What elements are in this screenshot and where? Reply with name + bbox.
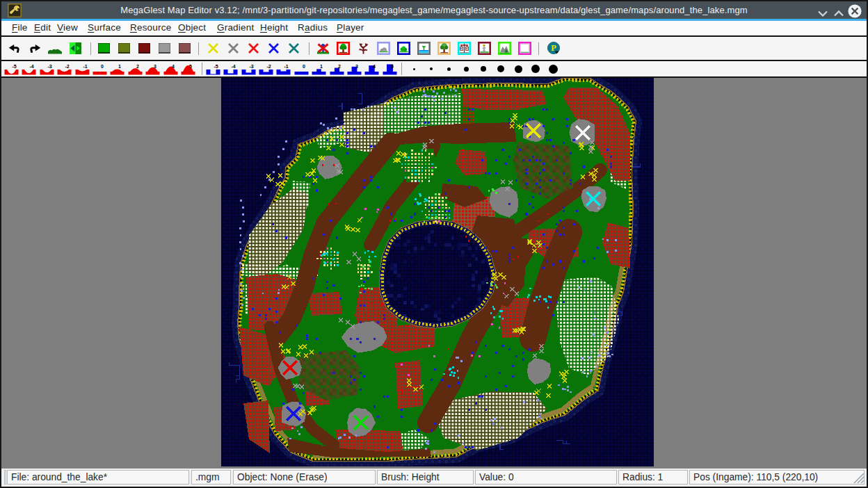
svg-text:0: 0 xyxy=(101,63,104,68)
svg-text:3: 3 xyxy=(355,63,358,68)
svg-text:0: 0 xyxy=(303,63,305,68)
svg-text:1: 1 xyxy=(320,63,323,68)
svg-text:5: 5 xyxy=(391,63,394,68)
svg-text:2: 2 xyxy=(136,63,139,68)
svg-text:4: 4 xyxy=(373,63,376,68)
svg-text:-4: -4 xyxy=(232,63,236,68)
svg-text:-5: -5 xyxy=(12,63,16,68)
svg-text:3: 3 xyxy=(154,63,156,68)
svg-text:-2: -2 xyxy=(65,63,70,68)
svg-text:4: 4 xyxy=(172,63,175,68)
svg-text:-1: -1 xyxy=(284,63,289,68)
svg-text:-5: -5 xyxy=(214,63,218,68)
svg-text:-2: -2 xyxy=(266,63,271,68)
svg-text:-4: -4 xyxy=(30,63,34,68)
svg-text:-1: -1 xyxy=(83,63,87,68)
svg-text:2: 2 xyxy=(338,63,341,68)
svg-text:-3: -3 xyxy=(249,63,253,68)
svg-text:5: 5 xyxy=(189,63,192,68)
svg-text:-3: -3 xyxy=(47,63,51,68)
svg-text:1: 1 xyxy=(118,63,121,68)
